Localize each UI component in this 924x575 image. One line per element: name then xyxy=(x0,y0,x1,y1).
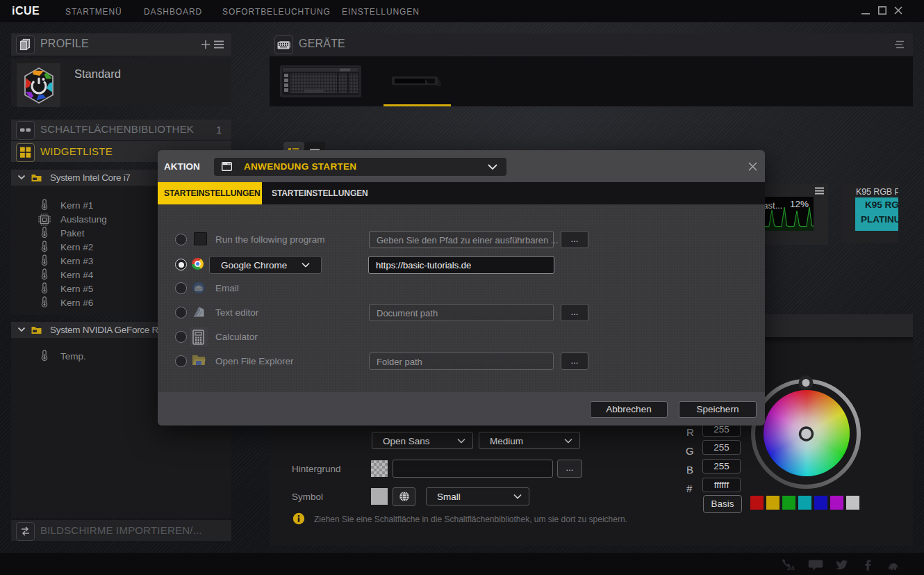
svg-text:Kern #4: Kern #4 xyxy=(60,270,94,280)
svg-text:Kern #5: Kern #5 xyxy=(60,284,93,294)
svg-text:Kern #2: Kern #2 xyxy=(60,242,93,252)
svg-text:24: 24 xyxy=(787,564,795,572)
svg-text:Kern #1: Kern #1 xyxy=(60,200,93,211)
svg-text:Temp.: Temp. xyxy=(60,351,86,362)
svg-text:Kern #3: Kern #3 xyxy=(60,256,93,266)
svg-text:Paket: Paket xyxy=(60,228,85,238)
svg-text:Auslastung: Auslastung xyxy=(60,214,107,225)
svg-text:Kern #6: Kern #6 xyxy=(60,298,93,308)
